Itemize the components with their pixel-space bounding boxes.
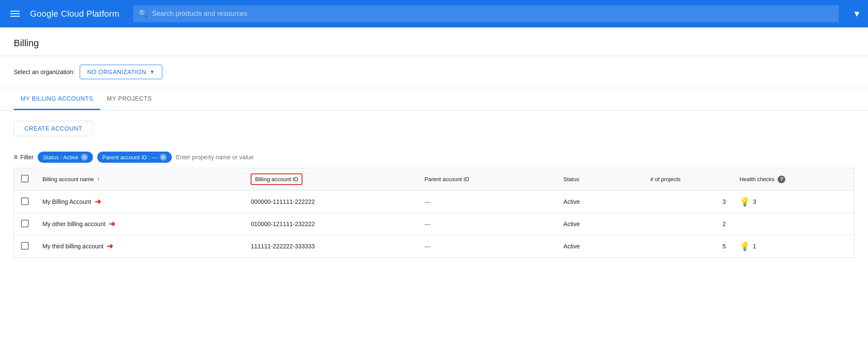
- table-row: My Billing Account ➜ 000000-111111-22222…: [14, 191, 854, 213]
- th-health-checks: Health checks ?: [733, 168, 854, 191]
- health-checks-help-icon[interactable]: ?: [778, 176, 785, 183]
- org-dropdown-arrow-icon: ▼: [150, 69, 155, 75]
- row2-num-projects: 2: [722, 221, 726, 227]
- row1-billing-id-cell[interactable]: 000000-111111-222222: [244, 191, 417, 213]
- table-body: My Billing Account ➜ 000000-111111-22222…: [14, 191, 854, 258]
- filter-label: ≡ Filter: [14, 153, 33, 161]
- th-status-label: Status: [563, 176, 579, 182]
- row3-name-cell: My third billing account ➜: [36, 235, 244, 258]
- row2-account-name[interactable]: My other billing account: [42, 221, 105, 227]
- row2-billing-id: 010000-121111-232222: [251, 221, 314, 227]
- search-icon: 🔍: [138, 9, 148, 18]
- th-parent-id-label: Parent account ID: [425, 176, 469, 182]
- org-selector-label: Select an organization:: [14, 69, 75, 75]
- org-selector-area: Select an organization: NO ORGANIZATION …: [0, 56, 868, 88]
- row3-account-name[interactable]: My third billing account: [42, 243, 103, 250]
- tab-billing-accounts[interactable]: MY BILLING ACCOUNTS: [14, 88, 100, 110]
- row3-num-projects: 5: [722, 243, 726, 250]
- app-logo: Google Cloud Platform: [30, 9, 120, 19]
- th-projects-label: # of projects: [650, 176, 681, 182]
- row3-status: Active: [563, 243, 580, 250]
- row1-projects-cell: 3: [644, 191, 733, 213]
- main-content: CREATE ACCOUNT ≡ Filter Status : Active …: [0, 110, 868, 268]
- sort-icon[interactable]: ↑: [97, 176, 100, 182]
- row3-bulb-icon: 💡: [739, 241, 750, 251]
- row1-billing-id: 000000-111111-222222: [251, 198, 314, 205]
- table-header: Billing account name ↑ Billing account I…: [14, 168, 854, 191]
- row2-health-cell: [733, 213, 854, 235]
- status-filter-chip[interactable]: Status : Active ✕: [38, 152, 93, 163]
- row1-arrow-icon: ➜: [95, 197, 101, 206]
- row1-health-count: 3: [753, 198, 756, 205]
- parent-chip-text: Parent account ID : —: [102, 154, 157, 161]
- th-num-projects[interactable]: # of projects: [644, 168, 733, 191]
- row1-parent-id-cell: —: [418, 191, 557, 213]
- row3-checkbox-cell: [14, 235, 36, 258]
- menu-icon[interactable]: [7, 7, 23, 20]
- org-selected-value: NO ORGANIZATION: [87, 69, 146, 75]
- row1-name-cell: My Billing Account ➜: [36, 191, 244, 213]
- status-chip-text: Status : Active: [43, 154, 78, 161]
- parent-chip-close-icon[interactable]: ✕: [160, 154, 167, 161]
- row2-status-cell: Active: [557, 213, 644, 235]
- search-bar[interactable]: 🔍: [133, 5, 839, 22]
- row3-projects-cell: 5: [644, 235, 733, 258]
- th-billing-id-label: Billing account ID: [255, 176, 298, 182]
- th-name-label: Billing account name: [42, 176, 94, 182]
- row1-checkbox[interactable]: [21, 197, 29, 205]
- filter-icon: ≡: [14, 153, 18, 161]
- app-header: Google Cloud Platform 🔍 ▼: [0, 0, 868, 27]
- row1-status: Active: [563, 198, 580, 205]
- filter-bar: ≡ Filter Status : Active ✕ Parent accoun…: [14, 146, 854, 168]
- th-status[interactable]: Status: [557, 168, 644, 191]
- row3-arrow-icon: ➜: [107, 242, 113, 251]
- row1-health-cell: 💡 3: [733, 191, 854, 213]
- row2-status: Active: [563, 221, 580, 227]
- row1-parent-id: —: [425, 198, 431, 205]
- th-checkbox: [14, 168, 36, 191]
- row3-parent-id: —: [425, 243, 431, 250]
- row3-checkbox[interactable]: [21, 242, 29, 250]
- row3-status-cell: Active: [557, 235, 644, 258]
- row1-num-projects: 3: [722, 198, 726, 205]
- th-billing-account-name[interactable]: Billing account name ↑: [36, 168, 244, 191]
- parent-id-filter-chip[interactable]: Parent account ID : — ✕: [97, 152, 172, 163]
- row3-parent-id-cell: —: [418, 235, 557, 258]
- row2-checkbox-cell: [14, 213, 36, 235]
- row3-billing-id: 111111-222222-333333: [251, 243, 314, 250]
- row2-name-cell: My other billing account ➜: [36, 213, 244, 235]
- filter-text: Filter: [20, 154, 33, 161]
- row2-parent-id-cell: —: [418, 213, 557, 235]
- row1-checkbox-cell: [14, 191, 36, 213]
- page-title: Billing: [14, 38, 854, 49]
- row2-arrow-icon: ➜: [109, 219, 115, 229]
- create-account-button[interactable]: CREATE ACCOUNT: [14, 121, 93, 136]
- row1-status-cell: Active: [557, 191, 644, 213]
- row2-billing-id-cell[interactable]: 010000-121111-232222: [244, 213, 417, 235]
- row1-account-name[interactable]: My Billing Account: [42, 198, 91, 205]
- search-input[interactable]: [152, 10, 834, 18]
- th-health-label: Health checks: [739, 176, 775, 182]
- billing-accounts-table: Billing account name ↑ Billing account I…: [14, 168, 854, 258]
- row3-health-cell: 💡 1: [733, 235, 854, 258]
- header-dropdown-arrow[interactable]: ▼: [853, 9, 861, 19]
- org-dropdown-button[interactable]: NO ORGANIZATION ▼: [80, 65, 162, 79]
- row2-projects-cell: 2: [644, 213, 733, 235]
- tab-projects[interactable]: MY PROJECTS: [100, 88, 159, 110]
- page-content: Billing Select an organization: NO ORGAN…: [0, 27, 868, 268]
- table-row: My third billing account ➜ 111111-222222…: [14, 235, 854, 258]
- th-parent-account-id[interactable]: Parent account ID: [418, 168, 557, 191]
- row2-checkbox[interactable]: [21, 220, 29, 227]
- row2-parent-id: —: [425, 221, 431, 227]
- page-title-area: Billing: [0, 27, 868, 56]
- table-row: My other billing account ➜ 010000-121111…: [14, 213, 854, 235]
- row1-bulb-icon: 💡: [739, 197, 750, 207]
- billing-id-highlight-box: Billing account ID: [251, 173, 302, 185]
- row3-health-count: 1: [753, 243, 756, 250]
- tabs-bar: MY BILLING ACCOUNTS MY PROJECTS: [0, 88, 868, 110]
- filter-input[interactable]: [176, 154, 262, 161]
- select-all-checkbox[interactable]: [21, 175, 29, 182]
- row3-billing-id-cell[interactable]: 111111-222222-333333: [244, 235, 417, 258]
- th-billing-account-id[interactable]: Billing account ID: [244, 168, 417, 191]
- status-chip-close-icon[interactable]: ✕: [81, 154, 88, 161]
